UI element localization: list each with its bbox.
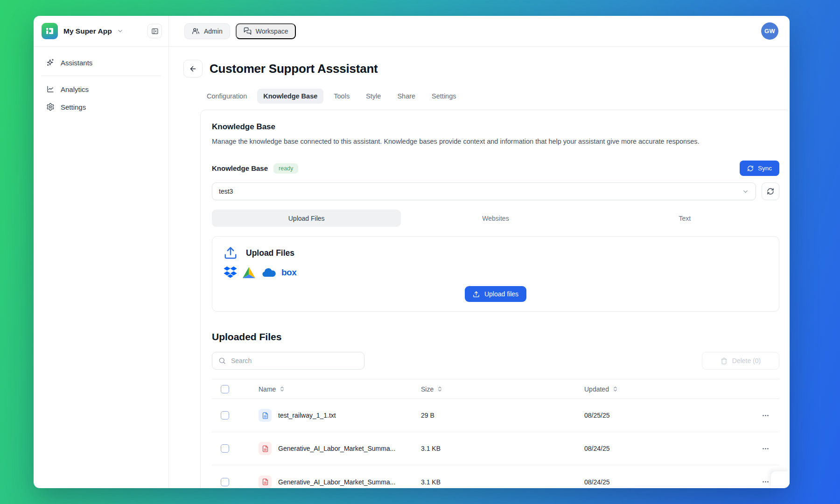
main-content: Customer Support Asssistant Configuratio… — [169, 47, 790, 488]
file-size: 3.1 KB — [421, 445, 584, 452]
upload-icon — [473, 291, 480, 298]
page-tabs: Configuration Knowledge Base Tools Style… — [201, 89, 790, 104]
onedrive-icon[interactable] — [261, 267, 276, 278]
topbar-main: Admin Workspace GW — [169, 16, 790, 47]
page-header: Customer Support Asssistant — [183, 60, 790, 77]
upload-icon — [224, 246, 238, 260]
delete-label: Delete (0) — [732, 357, 761, 364]
workspace-nav-button[interactable]: Workspace — [236, 23, 296, 39]
google-drive-icon[interactable] — [242, 266, 256, 279]
sort-icon[interactable] — [612, 386, 618, 392]
file-size: 29 B — [421, 412, 584, 419]
chevron-down-icon — [117, 28, 124, 35]
sidebar-item-label: Assistants — [61, 59, 92, 67]
table-header-row: Name Size — [212, 379, 779, 399]
table-row: test_railway_1_1.txt 29 B 08/25/25 — [212, 399, 779, 432]
search-box[interactable] — [212, 352, 364, 370]
sparkles-icon — [46, 58, 55, 67]
column-size[interactable]: Size — [421, 385, 434, 393]
sidebar-divider — [41, 76, 161, 76]
trash-icon — [721, 357, 728, 364]
upload-heading: Upload Files — [246, 248, 294, 258]
source-tab-websites[interactable]: Websites — [401, 210, 590, 227]
file-size: 3.1 KB — [421, 478, 584, 486]
knowledge-base-card: Knowledge Base Manage the knowledge base… — [200, 110, 790, 488]
delete-selected-button[interactable]: Delete (0) — [702, 352, 779, 370]
cloud-providers: box — [224, 266, 768, 279]
upload-dropzone[interactable]: Upload Files — [212, 236, 779, 312]
files-controls: Delete (0) — [212, 352, 779, 370]
file-updated: 08/25/25 — [584, 412, 751, 419]
tab-style[interactable]: Style — [360, 89, 387, 104]
upload-header: Upload Files — [224, 246, 768, 260]
refresh-icon — [747, 165, 754, 172]
sidebar-item-settings[interactable]: Settings — [40, 98, 162, 116]
sort-icon[interactable] — [279, 386, 285, 392]
dropbox-icon[interactable] — [224, 266, 237, 279]
file-updated: 08/24/25 — [584, 445, 751, 452]
status-badge: ready — [273, 163, 298, 174]
uploaded-files-heading: Uploaded Files — [212, 331, 779, 343]
column-updated[interactable]: Updated — [584, 385, 609, 393]
users-icon — [192, 27, 200, 35]
tab-share[interactable]: Share — [391, 89, 421, 104]
kb-refresh-button[interactable] — [762, 182, 779, 200]
chevron-down-icon — [742, 188, 749, 195]
kb-status-row: Knowledge Base ready Sync — [212, 161, 779, 176]
sync-button[interactable]: Sync — [740, 161, 779, 176]
body: Assistants Analytics — [34, 47, 790, 488]
sort-icon[interactable] — [437, 386, 443, 392]
tab-configuration[interactable]: Configuration — [201, 89, 253, 104]
row-menu-button[interactable] — [751, 445, 779, 453]
upload-files-label: Upload files — [484, 290, 518, 298]
row-menu-button[interactable] — [751, 412, 779, 420]
sync-label: Sync — [758, 165, 772, 172]
page-title: Customer Support Asssistant — [210, 62, 378, 76]
file-name[interactable]: Generative_AI_Labor_Market_Summa... — [278, 445, 395, 452]
file-name[interactable]: test_railway_1_1.txt — [278, 412, 336, 419]
tab-knowledge-base[interactable]: Knowledge Base — [257, 89, 323, 104]
sidebar-item-label: Analytics — [61, 85, 89, 93]
select-all-checkbox[interactable] — [221, 385, 229, 393]
sidebar-item-assistants[interactable]: Assistants — [40, 54, 162, 71]
file-updated: 08/24/25 — [584, 478, 751, 486]
workspace-switcher[interactable]: My Super App — [34, 16, 169, 47]
chart-line-icon — [46, 85, 55, 93]
admin-nav-button[interactable]: Admin — [184, 23, 230, 39]
app-window: My Super App Admin — [34, 16, 790, 488]
column-name[interactable]: Name — [259, 385, 276, 393]
pdf-file-icon — [259, 442, 272, 455]
workspace-label: Workspace — [256, 28, 288, 35]
source-tabs: Upload Files Websites Text — [212, 210, 779, 227]
back-button[interactable] — [183, 60, 203, 77]
source-tab-upload-files[interactable]: Upload Files — [212, 210, 401, 227]
table-row: Generative_AI_Labor_Market_Summa... 3.1 … — [212, 432, 779, 465]
sidebar-collapse-button[interactable] — [147, 24, 162, 38]
gear-icon — [46, 103, 55, 111]
kb-select-row: test3 — [212, 182, 779, 200]
row-checkbox[interactable] — [221, 478, 229, 486]
tab-tools[interactable]: Tools — [328, 89, 356, 104]
kb-select[interactable]: test3 — [212, 182, 756, 200]
source-tab-text[interactable]: Text — [590, 210, 779, 227]
tab-settings[interactable]: Settings — [426, 89, 462, 104]
search-input[interactable] — [231, 357, 358, 364]
chat-bubbles-icon — [244, 27, 252, 35]
sidebar-item-label: Settings — [61, 103, 86, 111]
admin-label: Admin — [204, 28, 223, 35]
app-name: My Super App — [63, 27, 112, 35]
row-checkbox[interactable] — [221, 411, 229, 420]
user-avatar[interactable]: GW — [761, 22, 778, 40]
kb-section-heading: Knowledge Base — [212, 122, 779, 132]
box-icon[interactable]: box — [281, 268, 296, 277]
topbar: My Super App Admin — [34, 16, 790, 47]
pdf-file-icon — [259, 476, 272, 489]
kb-selected-value: test3 — [219, 188, 233, 195]
files-table: Name Size — [212, 379, 779, 488]
corner-widget[interactable] — [771, 471, 790, 488]
file-name[interactable]: Generative_AI_Labor_Market_Summa... — [278, 478, 395, 486]
row-checkbox[interactable] — [221, 444, 229, 453]
sidebar: Assistants Analytics — [34, 47, 169, 488]
sidebar-item-analytics[interactable]: Analytics — [40, 80, 162, 98]
upload-files-button[interactable]: Upload files — [465, 286, 526, 302]
